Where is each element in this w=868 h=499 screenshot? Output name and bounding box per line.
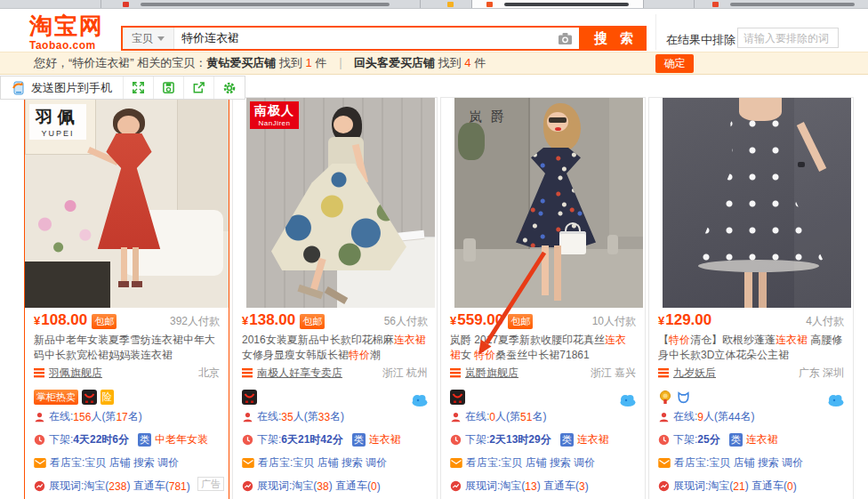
fullscreen-button[interactable] — [124, 76, 154, 99]
stat-label: 看店宝: — [50, 455, 84, 471]
stat-label: 看店宝: — [258, 455, 293, 471]
settings-button[interactable] — [214, 76, 245, 99]
price-row: ¥138.00 包邮 56人付款 — [242, 311, 428, 331]
image-search-button[interactable] — [551, 28, 579, 49]
stat-rank: 33 — [318, 411, 330, 423]
search-category-dropdown[interactable]: 宝贝 — [123, 28, 174, 49]
search-input[interactable] — [174, 28, 551, 49]
stat-label: 在线: — [257, 409, 281, 424]
badges-row — [658, 389, 844, 405]
photo-shape — [334, 116, 353, 133]
brand-name: 南极人 — [254, 103, 294, 119]
product-title[interactable]: 2016女装夏新品中长款印花棉麻连衣裙女修身显瘦女韩版长裙特价潮 — [242, 333, 428, 363]
brand-label: 南极人 NanJiren — [250, 101, 299, 129]
buyers-count: 4人付款 — [806, 314, 844, 329]
stat-text: ) — [793, 480, 797, 493]
photo-shape — [609, 98, 643, 237]
header: 淘宝网 Taobao.com 宝贝 搜 索 在结果中排除 — [0, 9, 868, 52]
tab-title-smudge — [504, 3, 629, 6]
person-icon — [34, 411, 45, 423]
currency-symbol: ¥ — [242, 314, 248, 327]
product-title[interactable]: 【特价清仓】欧根纱蓬蓬连衣裙 高腰修身中长款3D立体花朵公主裙 — [658, 333, 844, 363]
category-link[interactable]: 连衣裙 — [369, 432, 401, 447]
product-image[interactable]: 南极人 NanJiren — [246, 98, 435, 308]
taobao-bag-icon[interactable] — [242, 390, 257, 405]
search-category-label: 宝贝 — [132, 31, 153, 46]
stat-text: 名) — [532, 409, 546, 424]
stats-panel: 在线:35人(第33名) 下架:6天21时42分类连衣裙 看店宝:宝贝 店铺 搜… — [242, 409, 428, 499]
stat-rank: 17 — [116, 411, 127, 423]
online-stat: 在线:9人(第44名) — [658, 409, 844, 424]
currency-symbol: ¥ — [34, 314, 40, 327]
cloud-icon[interactable] — [827, 392, 845, 406]
exclude-input[interactable] — [737, 28, 839, 48]
shop-location: 北京 — [198, 366, 220, 381]
tab-favicon — [712, 2, 719, 7]
title-highlight: 特价 — [669, 334, 690, 346]
trend-icon — [450, 480, 462, 492]
product-image[interactable] — [663, 98, 851, 308]
kandianbao-links[interactable]: 宝贝 店铺 搜索 调价 — [293, 455, 387, 471]
kandianbao-links[interactable]: 宝贝 店铺 搜索 调价 — [709, 455, 803, 471]
shop-row: 岚爵旗舰店 浙江 嘉兴 — [450, 366, 636, 380]
product-image[interactable]: 羽佩 YUPEI — [25, 98, 229, 308]
stat-label: 下架: — [49, 432, 73, 447]
category-link[interactable]: 连衣裙 — [746, 432, 778, 447]
save-button[interactable] — [154, 76, 184, 99]
impressions-row: 展现词:淘宝(238) 直通车(781) — [34, 479, 220, 494]
send-to-phone-button[interactable]: 发送图片到手机 — [1, 76, 124, 99]
confirm-button[interactable]: 确定 — [655, 54, 694, 73]
photo-shape — [759, 272, 767, 308]
price: 129.00 — [665, 311, 711, 329]
stat-value: 156 — [73, 411, 91, 423]
price: 108.00 — [41, 311, 87, 329]
taobao-bag-icon[interactable] — [450, 390, 465, 405]
browser-tab[interactable] — [100, 0, 420, 8]
browser-tab[interactable] — [643, 0, 694, 8]
stat-label: 下架: — [673, 432, 697, 447]
stat-value: 38 — [317, 480, 328, 493]
kandianbao-links[interactable]: 宝贝 店铺 搜索 调价 — [84, 455, 179, 471]
product-title[interactable]: 岚爵 2017夏季新款收腰印花真丝连衣裙女 特价桑蚕丝中长裙71861 — [450, 333, 636, 363]
photo-shape — [554, 245, 561, 301]
search-button[interactable]: 搜 索 — [581, 26, 647, 51]
stat-text: 名) — [128, 409, 142, 424]
product-title[interactable]: 新品中老年女装夏季雪纺连衣裙中年大码中长款宽松裙妈妈装连衣裙 — [34, 333, 220, 363]
browser-tab[interactable] — [694, 0, 868, 8]
category-link[interactable]: 连衣裙 — [577, 432, 609, 447]
shop-link[interactable]: 岚爵旗舰店 — [465, 366, 518, 381]
cloud-icon[interactable] — [411, 392, 429, 406]
photo-shape — [559, 231, 586, 254]
taobao-logo[interactable]: 淘宝网 Taobao.com — [29, 11, 104, 52]
notice-bar: 您好，“特价连衣裙” 相关的宝贝：黄钻爱买店铺 找到 1 件｜回头客爱买店铺 找… — [0, 52, 868, 75]
share-button[interactable] — [184, 76, 214, 99]
product-grid: 羽佩 YUPEI ¥108.00 包邮 392人付款 新品中老年女装夏季雪纺连衣… — [24, 97, 854, 499]
title-text: 岚爵 2017夏季新款收腰印花真丝 — [450, 334, 605, 346]
photo-shape — [463, 238, 476, 262]
notice-shop1: 黄钻爱买店铺 — [206, 56, 276, 69]
category-link[interactable]: 中老年女装 — [155, 432, 208, 447]
shop-link[interactable]: 南极人好享专卖店 — [257, 366, 342, 381]
stat-value: 0 — [489, 411, 495, 423]
stat-label: 展现词: — [49, 479, 84, 494]
category-badge: 类 — [138, 433, 151, 447]
stat-text: ) 直通车( — [745, 479, 787, 494]
taobao-bag-icon[interactable] — [82, 390, 97, 405]
gold-medal-icon — [658, 390, 672, 405]
product-image[interactable]: 岚爵 — [454, 98, 643, 308]
title-text: 2016女装夏新品中长款印花棉麻 — [242, 334, 394, 346]
brand-name: 羽佩 — [36, 106, 80, 129]
stat-label: 看店宝: — [466, 455, 501, 471]
stat-value: 35 — [281, 411, 293, 423]
product-card-3: 岚爵 ¥559.00 包邮 10人付款 岚爵 2017夏季新款收腰印花真丝连衣裙… — [440, 97, 646, 499]
person-icon — [658, 411, 670, 423]
cloud-icon[interactable] — [619, 392, 637, 406]
browser-tab-strip — [0, 0, 868, 9]
trend-icon — [242, 480, 253, 492]
shop-link[interactable]: 羽佩旗舰店 — [49, 366, 102, 381]
browser-tab[interactable] — [420, 0, 471, 8]
kandianbao-links[interactable]: 宝贝 店铺 搜索 调价 — [501, 455, 595, 471]
shop-link[interactable]: 九岁妖后 — [673, 366, 716, 381]
title-text: 清仓】欧根纱蓬蓬 — [690, 334, 776, 346]
browser-tab-active[interactable] — [471, 0, 643, 8]
